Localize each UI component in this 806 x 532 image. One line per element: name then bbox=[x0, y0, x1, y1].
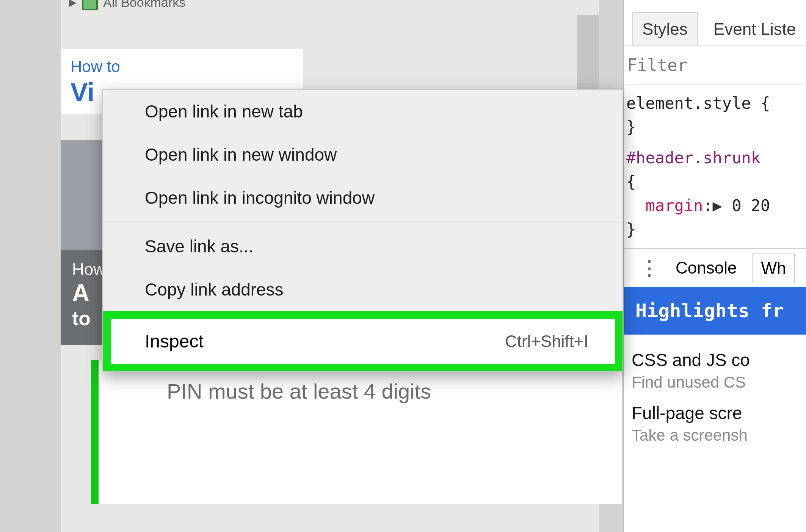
ctx-inspect[interactable]: Inspect Ctrl+Shift+I bbox=[111, 319, 615, 364]
expand-icon[interactable]: ▶ bbox=[713, 196, 722, 215]
kebab-icon[interactable]: ⋮ bbox=[639, 256, 660, 280]
devtools-drawer: ⋮ Console Wh bbox=[624, 248, 806, 287]
article-eyebrow: How to bbox=[71, 58, 293, 76]
pin-hint-box: PIN must be at least 4 digits bbox=[91, 360, 622, 504]
highlights-banner[interactable]: Highlights fr bbox=[624, 287, 806, 335]
tab-styles[interactable]: Styles bbox=[632, 12, 698, 45]
css-line[interactable]: element.style { bbox=[626, 91, 804, 115]
screenshot-heading[interactable]: Full-page scre bbox=[632, 403, 798, 423]
bookmarks-bar: ▶ All Bookmarks bbox=[61, 0, 312, 14]
coverage-sub: Find unused CS bbox=[632, 373, 798, 391]
pin-hint-text: PIN must be at least 4 digits bbox=[167, 379, 431, 404]
devtools-tabs: Styles Event Liste bbox=[624, 0, 806, 46]
css-value[interactable]: 0 20 bbox=[732, 196, 770, 215]
css-line[interactable]: } bbox=[626, 115, 804, 139]
chevron-right-icon: ▶ bbox=[69, 0, 77, 8]
coverage-heading[interactable]: CSS and JS co bbox=[632, 350, 798, 370]
ctx-open-new-window[interactable]: Open link in new window bbox=[103, 133, 623, 176]
context-menu: Open link in new tab Open link in new wi… bbox=[102, 89, 623, 372]
ctx-save-link-as[interactable]: Save link as... bbox=[103, 225, 623, 268]
css-prop[interactable]: margin bbox=[646, 196, 703, 215]
ctx-open-incognito[interactable]: Open link in incognito window bbox=[103, 176, 623, 219]
css-line[interactable]: { bbox=[626, 170, 804, 194]
ctx-separator bbox=[103, 222, 623, 222]
ctx-copy-link-address[interactable]: Copy link address bbox=[103, 268, 623, 311]
page-scrollbar[interactable] bbox=[577, 15, 599, 91]
css-selector[interactable]: #header.shrunk bbox=[626, 149, 761, 167]
css-line[interactable]: } bbox=[626, 217, 804, 241]
devtools-panel: Styles Event Liste Filter element.style … bbox=[623, 0, 806, 532]
screenshot-sub: Take a screensh bbox=[632, 426, 798, 444]
ctx-inspect-shortcut: Ctrl+Shift+I bbox=[505, 332, 588, 351]
ctx-open-new-tab[interactable]: Open link in new tab bbox=[103, 90, 623, 133]
css-rules: element.style { } #header.shrunk { margi… bbox=[624, 84, 806, 248]
coverage-section: CSS and JS co Find unused CS Full-page s… bbox=[624, 335, 806, 448]
ctx-highlight: Inspect Ctrl+Shift+I bbox=[103, 311, 623, 371]
bookmark-folder-icon bbox=[82, 0, 98, 10]
drawer-tab-console[interactable]: Console bbox=[676, 258, 737, 277]
ctx-inspect-label: Inspect bbox=[145, 331, 204, 352]
drawer-tab-other[interactable]: Wh bbox=[752, 253, 795, 283]
tab-event-listeners[interactable]: Event Liste bbox=[704, 13, 805, 45]
bookmarks-all-label[interactable]: All Bookmarks bbox=[103, 0, 185, 10]
styles-filter-input[interactable]: Filter bbox=[624, 46, 806, 84]
